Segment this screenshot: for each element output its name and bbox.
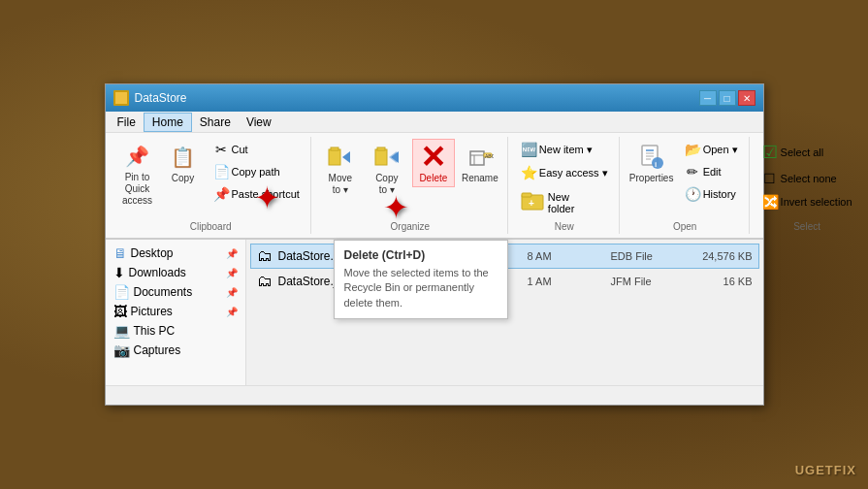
organize-content: Moveto ▾ Copyto ▾ — [319, 139, 501, 219]
copy-path-button[interactable]: 📄 Copy path — [209, 161, 305, 182]
menu-share[interactable]: Share — [192, 114, 239, 131]
rename-button[interactable]: ABC Rename — [459, 139, 501, 187]
edit-icon: ✏ — [685, 164, 700, 179]
delete-tooltip: Delete (Ctrl+D) Move the selected items … — [334, 240, 508, 319]
sidebar-item-this-pc[interactable]: 💻 This PC — [106, 321, 245, 341]
ribbon-group-new: 🆕 New item ▾ ⭐ Easy access ▾ + — [510, 137, 620, 234]
invert-selection-button[interactable]: 🔀 Invert selection — [757, 191, 857, 212]
tooltip-title: Delete (Ctrl+D) — [344, 248, 498, 262]
delete-button[interactable]: ✕ Delete — [412, 139, 455, 187]
jfm-file-size: 16 KB — [685, 276, 753, 287]
downloads-icon: ⬇ — [113, 265, 125, 280]
easy-access-button[interactable]: ⭐ Easy access ▾ — [516, 162, 613, 183]
captures-label: Captures — [134, 343, 238, 357]
ribbon: 📌 Pin to Quickaccess 📋 Copy ✂ Cut 📄 — [106, 133, 763, 240]
ribbon-group-organize: Moveto ▾ Copyto ▾ — [313, 137, 508, 234]
window-title: DataStore — [135, 91, 699, 105]
close-button[interactable]: ✕ — [738, 90, 755, 106]
jfm-file-type: JFM File — [611, 276, 679, 287]
move-to-button[interactable]: Moveto ▾ — [319, 139, 362, 199]
invert-selection-label: Invert selection — [781, 196, 852, 208]
documents-icon: 📄 — [113, 284, 130, 300]
copy-to-icon — [371, 142, 402, 173]
copy-to-button[interactable]: Copyto ▾ — [366, 139, 408, 199]
open-icon: 📂 — [685, 142, 700, 157]
open-button[interactable]: 📂 Open ▾ — [680, 139, 743, 160]
clipboard-label: Clipboard — [190, 221, 232, 232]
window-icon — [113, 90, 129, 106]
delete-label: Delete — [419, 173, 447, 184]
select-all-button[interactable]: ☑ Select all — [757, 139, 857, 166]
status-bar — [106, 385, 763, 405]
properties-icon: i — [636, 142, 667, 173]
properties-label: Properties — [629, 173, 674, 184]
easy-access-label: Easy access ▾ — [539, 167, 608, 179]
this-pc-icon: 💻 — [113, 323, 130, 339]
desktop-pin: 📌 — [226, 248, 238, 259]
svg-text:i: i — [655, 160, 657, 169]
pin-to-quick-access-button[interactable]: 📌 Pin to Quickaccess — [117, 139, 158, 209]
svg-point-20 — [652, 157, 663, 169]
copy-to-label: Copyto ▾ — [375, 173, 398, 196]
select-all-label: Select all — [781, 147, 824, 158]
sidebar-item-documents[interactable]: 📄 Documents 📌 — [106, 282, 245, 302]
edb-file-icon: 🗂 — [257, 247, 273, 265]
svg-rect-4 — [377, 147, 385, 150]
open-content: i Properties 📂 Open ▾ ✏ Edit 🕐 — [627, 139, 743, 219]
svg-rect-1 — [331, 147, 338, 150]
clipboard-content: 📌 Pin to Quickaccess 📋 Copy ✂ Cut 📄 — [117, 139, 305, 219]
ribbon-group-select: ☑ Select all ☐ Select none 🔀 Invert sele… — [752, 137, 863, 234]
paste-shortcut-icon: 📌 — [213, 186, 229, 202]
menu-home[interactable]: Home — [144, 113, 192, 132]
this-pc-label: This PC — [134, 324, 238, 338]
easy-access-icon: ⭐ — [521, 165, 536, 180]
new-folder-button[interactable]: + Newfolder — [516, 185, 613, 219]
ribbon-group-open: i Properties 📂 Open ▾ ✏ Edit 🕐 — [622, 137, 750, 234]
minimize-button[interactable]: ─ — [699, 90, 717, 106]
sidebar-item-captures[interactable]: 📷 Captures — [106, 341, 245, 360]
sidebar-item-desktop[interactable]: 🖥 Desktop 📌 — [106, 244, 245, 263]
open-label: Open — [673, 221, 696, 232]
menu-file[interactable]: File — [110, 114, 144, 131]
documents-pin: 📌 — [226, 287, 238, 298]
desktop-icon: 🖥 — [113, 245, 127, 261]
watermark: UGETFIX — [795, 463, 856, 477]
menu-view[interactable]: View — [239, 114, 279, 131]
maximize-button[interactable]: □ — [719, 90, 736, 106]
downloads-label: Downloads — [129, 266, 222, 279]
svg-rect-0 — [329, 149, 340, 165]
select-content: ☑ Select all ☐ Select none 🔀 Invert sele… — [757, 139, 857, 219]
paste-shortcut-button[interactable]: 📌 Paste shortcut — [209, 183, 305, 205]
file-list: 🗂 DataStore.edb 8 AM EDB File 24,576 KB … — [246, 240, 763, 385]
new-item-button[interactable]: 🆕 New item ▾ — [516, 139, 613, 160]
tooltip-body: Move the selected items to the Recycle B… — [344, 266, 498, 310]
edit-label: Edit — [703, 166, 722, 178]
window-controls: ─ □ ✕ — [699, 90, 755, 106]
select-buttons: ☑ Select all ☐ Select none 🔀 Invert sele… — [757, 139, 857, 212]
new-folder-label: Newfolder — [548, 191, 575, 214]
move-to-icon — [325, 142, 356, 173]
delete-icon: ✕ — [418, 142, 449, 173]
svg-rect-13 — [522, 193, 531, 197]
downloads-pin: 📌 — [226, 268, 238, 278]
history-button[interactable]: 🕐 History — [680, 183, 743, 205]
pin-icon: 📌 — [122, 141, 153, 172]
sidebar-item-downloads[interactable]: ⬇ Downloads 📌 — [106, 263, 245, 282]
cut-button[interactable]: ✂ Cut — [209, 139, 305, 160]
select-none-label: Select none — [781, 173, 837, 184]
pin-label: Pin to Quickaccess — [119, 172, 156, 207]
select-none-icon: ☐ — [762, 171, 778, 186]
sidebar-item-pictures[interactable]: 🖼 Pictures 📌 — [106, 302, 245, 321]
copy-icon: 📋 — [168, 142, 199, 173]
svg-rect-3 — [375, 149, 387, 165]
paste-shortcut-label: Paste shortcut — [232, 188, 300, 200]
cut-icon: ✂ — [213, 142, 229, 157]
edb-file-size: 24,576 KB — [685, 250, 753, 262]
select-none-button[interactable]: ☐ Select none — [757, 168, 857, 189]
cut-label: Cut — [232, 144, 248, 155]
edit-button[interactable]: ✏ Edit — [680, 161, 743, 182]
copy-button[interactable]: 📋 Copy — [162, 139, 205, 187]
properties-button[interactable]: i Properties — [627, 139, 676, 187]
new-content: 🆕 New item ▾ ⭐ Easy access ▾ + — [516, 139, 613, 219]
copy-path-icon: 📄 — [213, 164, 229, 179]
